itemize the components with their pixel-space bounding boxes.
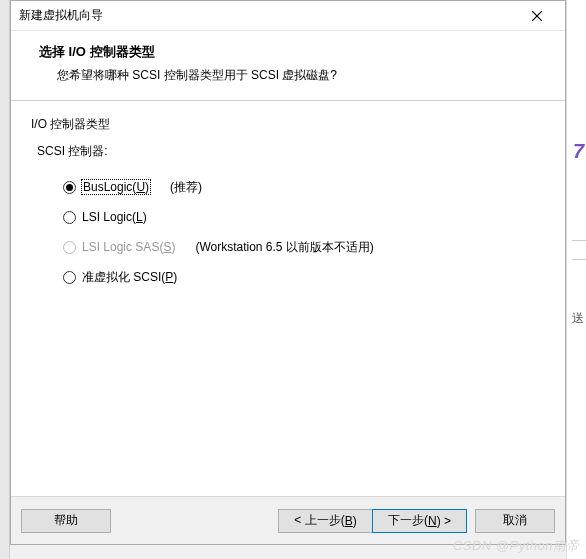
radio-lsilogic[interactable]: LSI Logic(L) [63,202,545,232]
header-section: 选择 I/O 控制器类型 您希望将哪种 SCSI 控制器类型用于 SCSI 虚拟… [11,31,565,101]
strip-text: 送 [572,310,584,327]
back-button[interactable]: < 上一步(B) [278,509,373,533]
radio-icon [63,271,76,284]
radio-label: BusLogic(U) [82,180,150,194]
wizard-dialog: 新建虚拟机向导 选择 I/O 控制器类型 您希望将哪种 SCSI 控制器类型用于… [10,0,566,545]
radio-note: (推荐) [170,179,202,196]
sub-label: SCSI 控制器: [37,143,545,160]
radio-label: LSI Logic(L) [82,210,147,224]
left-edge-strip [0,0,10,559]
radio-icon [63,241,76,254]
header-subtitle: 您希望将哪种 SCSI 控制器类型用于 SCSI 虚拟磁盘? [57,67,541,84]
strip-divider [572,240,586,260]
close-button[interactable] [517,2,557,30]
radio-buslogic[interactable]: BusLogic(U) (推荐) [63,172,545,202]
radio-icon [63,181,76,194]
section-label: I/O 控制器类型 [31,116,545,133]
next-button[interactable]: 下一步(N) > [372,509,467,533]
scsi-radio-group: BusLogic(U) (推荐) LSI Logic(L) LSI Logic … [63,172,545,292]
radio-note: (Workstation 6.5 以前版本不适用) [195,239,373,256]
footer: 帮助 < 上一步(B) 下一步(N) > 取消 [11,496,565,544]
close-icon [532,11,542,21]
content-area: I/O 控制器类型 SCSI 控制器: BusLogic(U) (推荐) LSI… [11,101,565,496]
header-title: 选择 I/O 控制器类型 [39,43,541,61]
cancel-button[interactable]: 取消 [475,509,555,533]
radio-label: 准虚拟化 SCSI(P) [82,269,177,286]
radio-label: LSI Logic SAS(S) [82,240,175,254]
radio-lsilogic-sas[interactable]: LSI Logic SAS(S) (Workstation 6.5 以前版本不适… [63,232,545,262]
radio-paravirtual[interactable]: 准虚拟化 SCSI(P) [63,262,545,292]
window-title: 新建虚拟机向导 [19,7,517,24]
help-button[interactable]: 帮助 [21,509,111,533]
strip-accent-text: 7 [573,140,584,163]
radio-icon [63,211,76,224]
right-background-strip: 7 送 [566,0,586,559]
titlebar: 新建虚拟机向导 [11,1,565,31]
